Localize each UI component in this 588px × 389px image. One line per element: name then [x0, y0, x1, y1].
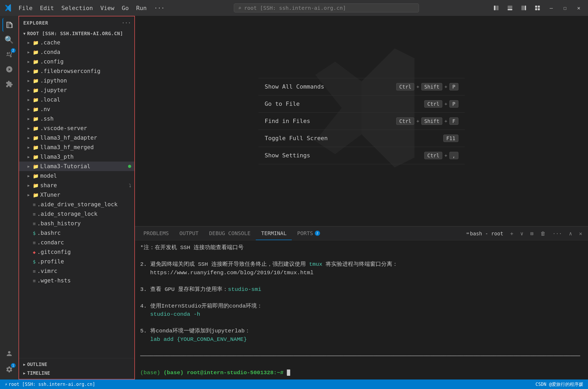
menu-file[interactable]: File — [15, 4, 36, 12]
item-name: .condarc — [37, 239, 64, 246]
separator2: + — [444, 118, 447, 124]
menu-run[interactable]: Run — [133, 4, 150, 12]
tree-item-bash-history[interactable]: ▶ ≡ .bash_history — [19, 219, 134, 228]
terminal-dropdown-btn[interactable]: ∨ — [518, 229, 526, 238]
new-terminal-btn[interactable]: + — [508, 229, 516, 238]
main-layout: 🔍 2 1 EXPLORER ··· — [0, 16, 588, 379]
folder-icon: 📁 — [33, 164, 39, 169]
command-show-all[interactable]: Show All Commands Ctrl + Shift + P — [258, 78, 465, 95]
tree-item-gitconfig[interactable]: ▶ ◆ .gitconfig — [19, 247, 134, 257]
titlebar-search[interactable]: ⌕ root [SSH: ssh.intern-ai.org.cn] — [234, 3, 419, 12]
command-label: Find in Files — [265, 118, 310, 124]
tree-item-llama3-tutorial[interactable]: ▶ 📁 Llama3-Tutorial — [19, 162, 134, 171]
folder-arrow-icon: ▶ — [28, 60, 32, 64]
tab-terminal[interactable]: TERMINAL — [256, 227, 292, 240]
keybinding-go-to-file: Ctrl + P — [424, 100, 458, 108]
tree-item-wget-hsts[interactable]: ▶ ≡ .wget-hsts — [19, 276, 134, 285]
tree-item-aide-storage[interactable]: ▶ ≡ .aide_storage_lock — [19, 209, 134, 219]
tree-item-bashrc[interactable]: ▶ $ .bashrc — [19, 228, 134, 238]
tree-item-ipython[interactable]: ▶ 📁 .ipython — [19, 76, 134, 85]
svg-rect-6 — [535, 6, 537, 8]
tree-item-condarc[interactable]: ▶ ≡ .condarc — [19, 238, 134, 247]
tree-item-jupyter[interactable]: ▶ 📁 .jupyter — [19, 85, 134, 95]
activity-item-explorer[interactable] — [2, 18, 16, 32]
menu-view[interactable]: View — [97, 4, 117, 12]
terminal-line: 5. 将conda环境一键添加到jupyterlab： — [140, 327, 583, 335]
kill-terminal-btn[interactable]: 🗑 — [538, 229, 548, 238]
tree-item-nv[interactable]: ▶ 📁 .nv — [19, 104, 134, 114]
remote-text: root [SSH: ssh.intern-ai.org.cn] — [8, 382, 95, 387]
close-terminal-btn[interactable]: ✕ — [576, 229, 585, 238]
folder-arrow-icon: ▶ — [28, 50, 32, 54]
layout-sidebar-btn[interactable] — [490, 3, 502, 13]
keybinding-settings: Ctrl + , — [424, 152, 458, 159]
item-name: .cache — [40, 39, 60, 46]
command-go-to-file[interactable]: Go to File Ctrl + P — [258, 95, 465, 113]
separator: + — [416, 84, 419, 89]
command-toggle-fullscreen[interactable]: Toggle Full Screen F11 — [258, 130, 465, 147]
tree-item-llama3-pth[interactable]: ▶ 📁 llama3_pth — [19, 152, 134, 162]
item-name: .config — [40, 58, 64, 65]
tree-item-config[interactable]: ▶ 📁 .config — [19, 57, 134, 66]
item-name: llama3_hf_merged — [40, 144, 94, 150]
layout-grid-btn[interactable] — [531, 3, 544, 13]
tree-item-ssh[interactable]: ▶ 📁 .ssh — [19, 114, 134, 123]
terminal-more-btn[interactable]: ··· — [550, 229, 565, 238]
activity-item-source-control[interactable]: 2 — [2, 48, 16, 61]
sidebar-more-btn[interactable]: ··· — [123, 19, 130, 26]
tree-item-vimrc[interactable]: ▶ ≡ .vimrc — [19, 266, 134, 276]
layout-right-btn[interactable] — [518, 3, 530, 13]
tab-output[interactable]: OUTPUT — [174, 227, 204, 240]
folder-arrow-icon: ▶ — [28, 98, 32, 102]
minimize-button[interactable]: — — [545, 3, 557, 13]
tree-item-local[interactable]: ▶ 📁 .local — [19, 95, 134, 104]
tab-problems[interactable]: PROBLEMS — [138, 227, 174, 240]
maximize-terminal-btn[interactable]: ∧ — [566, 229, 575, 238]
tab-debug-console[interactable]: DEBUG CONSOLE — [204, 227, 256, 240]
menu-selection[interactable]: Selection — [58, 4, 96, 12]
status-remote[interactable]: ⚡ root [SSH: ssh.intern-ai.org.cn] — [3, 379, 97, 389]
tree-root[interactable]: ▼ ROOT [SSH: SSH.INTERN-AI.ORG.CN] — [19, 29, 134, 38]
maximize-button[interactable]: ☐ — [559, 3, 571, 13]
command-label: Show Settings — [265, 152, 310, 159]
tree-item-aide-drive[interactable]: ▶ ≡ .aide_drive_storage_lock — [19, 200, 134, 209]
tab-ports[interactable]: PORTS 2 — [292, 227, 325, 240]
command-show-settings[interactable]: Show Settings Ctrl + , — [258, 147, 465, 164]
tree-item-share[interactable]: ▶ 📁 share ⤵ — [19, 181, 134, 190]
close-button[interactable]: ✕ — [573, 3, 585, 13]
activity-item-run[interactable] — [2, 62, 16, 76]
vscode-logo-icon — [3, 3, 13, 13]
tree-item-llama3-hf-adapter[interactable]: ▶ 📁 llama3_hf_adapter — [19, 133, 134, 143]
timeline-label[interactable]: ▶ TIMELINE — [19, 369, 134, 377]
split-terminal-btn[interactable]: ⊞ — [528, 229, 536, 238]
outline-label[interactable]: ▶ OUTLINE — [19, 360, 134, 369]
activity-item-extensions[interactable] — [2, 77, 16, 91]
menu-edit[interactable]: Edit — [37, 4, 57, 12]
tree-item-vscode-server[interactable]: ▶ 📁 .vscode-server — [19, 123, 134, 133]
layout-bottom-btn[interactable] — [504, 3, 516, 13]
tree-item-xtuner[interactable]: ▶ 📁 XTuner — [19, 190, 134, 200]
folder-arrow-icon: ▶ — [28, 126, 32, 130]
folder-icon: 📁 — [33, 107, 39, 112]
tree-item-filebrowserconfig[interactable]: ▶ 📁 .filebrowserconfig — [19, 66, 134, 76]
menu-go[interactable]: Go — [118, 4, 132, 12]
tree-item-conda[interactable]: ▶ 📁 .conda — [19, 47, 134, 57]
terminal-line: 3. 查看 GPU 显存和算力使用率：studio-smi — [140, 285, 583, 294]
folder-icon: 📁 — [33, 192, 39, 198]
tree-item-cache[interactable]: ▶ 📁 .cache — [19, 38, 134, 47]
key-comma: , — [449, 152, 458, 159]
folder-icon: 📁 — [33, 173, 39, 179]
command-find-in-files[interactable]: Find in Files Ctrl + Shift + F — [258, 113, 465, 130]
activity-item-account[interactable] — [2, 347, 16, 360]
status-csdn[interactable]: CSDN @爱旅行的程序媛 — [534, 381, 585, 387]
folder-icon: 📁 — [33, 183, 39, 188]
activity-item-settings[interactable]: 1 — [2, 363, 16, 376]
item-name: model — [40, 173, 57, 179]
tree-item-profile[interactable]: ▶ $ .profile — [19, 257, 134, 266]
tree-item-llama3-hf-merged[interactable]: ▶ 📁 llama3_hf_merged — [19, 143, 134, 152]
activity-item-search[interactable]: 🔍 — [2, 33, 16, 47]
tree-item-model[interactable]: ▶ 📁 model — [19, 171, 134, 181]
file-icon: ◆ — [33, 249, 36, 255]
item-name: XTuner — [40, 192, 60, 198]
menu-more[interactable]: ··· — [151, 4, 168, 12]
